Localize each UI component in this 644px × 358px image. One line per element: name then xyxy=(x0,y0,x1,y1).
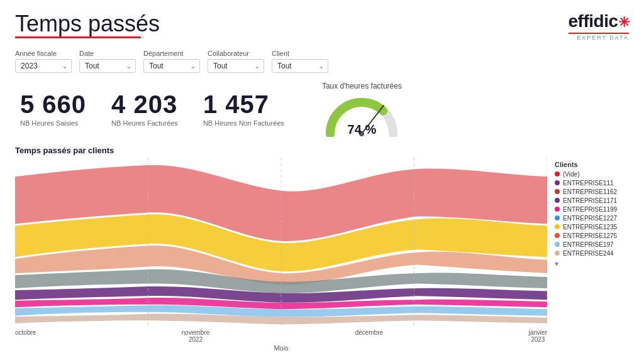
legend-dot-0 xyxy=(555,171,560,176)
legend-item-2: ENTREPRISE1162 xyxy=(555,188,629,195)
page: Temps passés effidic✳ EXPERT DATA Année … xyxy=(0,0,644,358)
legend-dot-9 xyxy=(555,251,560,256)
legend-title: Clients xyxy=(555,161,629,168)
legend-label-3: ENTREPRISE1171 xyxy=(563,197,617,204)
gauge-title: Taux d'heures facturées xyxy=(322,82,402,90)
legend-label-6: ENTREPRISE1235 xyxy=(563,224,617,231)
legend-item-9: ENTREPRISE244 xyxy=(555,250,629,257)
legend-label-1: ENTREPRISE111 xyxy=(563,180,614,187)
chart-x-labels: octobre novembre 2022 décembre janvier 2… xyxy=(15,328,547,343)
filter-group-0: Année fiscale202220232024 xyxy=(15,50,72,73)
kpi-heures-facturees: 4 203 NB Heures Facturées xyxy=(111,92,178,127)
legend-dot-2 xyxy=(555,189,560,194)
legend-label-2: ENTREPRISE1162 xyxy=(563,188,617,195)
legend-item-1: ENTREPRISE111 xyxy=(555,180,629,187)
legend-dot-6 xyxy=(555,224,560,229)
filter-group-2: DépartementTout xyxy=(143,50,200,73)
filter-wrapper-4: Tout xyxy=(272,59,328,73)
title-area: Temps passés xyxy=(15,11,160,46)
legend-item-5: ENTREPRISE1227 xyxy=(555,215,629,222)
chart-title: Temps passés par clients xyxy=(15,146,547,155)
legend-item-0: (Vide) xyxy=(555,171,629,178)
filter-group-1: DateTout xyxy=(79,50,136,73)
legend-label-7: ENTREPRISE1275 xyxy=(563,232,617,239)
filter-wrapper-2: Tout xyxy=(143,59,200,73)
legend-label-8: ENTREPRISE197 xyxy=(563,241,614,248)
kpi-label-non-facturees: NB Heures Non Facturées xyxy=(203,119,284,127)
legend-item-7: ENTREPRISE1275 xyxy=(555,232,629,239)
legend-dot-4 xyxy=(555,207,560,212)
x-label-octobre: octobre xyxy=(15,329,36,343)
filter-select-0[interactable]: 202220232024 xyxy=(15,59,72,73)
chart-section: Temps passés par clients xyxy=(15,146,629,352)
kpi-value-saisies: 5 660 xyxy=(20,92,86,117)
filter-wrapper-1: Tout xyxy=(79,59,136,73)
legend-more-button[interactable]: ▾ xyxy=(555,259,629,268)
kpi-label-saisies: NB Heures Saisies xyxy=(20,119,86,127)
legend-dot-7 xyxy=(555,233,560,238)
x-label-janvier: janvier 2023 xyxy=(529,329,547,343)
legend-item-8: ENTREPRISE197 xyxy=(555,241,629,248)
filter-group-4: ClientTout xyxy=(272,50,328,73)
header: Temps passés effidic✳ EXPERT DATA xyxy=(15,11,629,46)
kpi-row: 5 660 NB Heures Saisies 4 203 NB Heures … xyxy=(15,82,629,137)
x-label-decembre: décembre xyxy=(355,329,383,343)
logo-name: effidic xyxy=(569,11,618,31)
filter-wrapper-0: 202220232024 xyxy=(15,59,72,73)
gauge-percentage: 74 % xyxy=(348,122,377,137)
filter-label-3: Collaborateur xyxy=(208,50,264,57)
filter-label-0: Année fiscale xyxy=(15,50,72,57)
legend-items: (Vide)ENTREPRISE111ENTREPRISE1162ENTREPR… xyxy=(555,171,629,257)
legend-label-0: (Vide) xyxy=(563,171,580,178)
legend-area: Clients (Vide)ENTREPRISE111ENTREPRISE116… xyxy=(547,146,629,352)
filter-select-1[interactable]: Tout xyxy=(79,59,136,73)
filter-select-4[interactable]: Tout xyxy=(272,59,328,73)
logo-subtitle: EXPERT DATA xyxy=(577,35,629,41)
gauge-container: 74 % xyxy=(324,93,399,137)
filter-wrapper-3: Tout xyxy=(208,59,264,73)
kpi-heures-saisies: 5 660 NB Heures Saisies xyxy=(20,92,86,127)
logo-text: effidic✳ xyxy=(569,11,629,31)
kpi-heures-non-facturees: 1 457 NB Heures Non Facturées xyxy=(203,92,284,127)
filter-label-4: Client xyxy=(272,50,328,57)
kpi-value-non-facturees: 1 457 xyxy=(203,92,284,117)
legend-label-9: ENTREPRISE244 xyxy=(563,250,614,257)
legend-dot-3 xyxy=(555,198,560,203)
logo-line xyxy=(569,33,629,34)
filter-group-3: CollaborateurTout xyxy=(208,50,264,73)
legend-item-3: ENTREPRISE1171 xyxy=(555,197,629,204)
legend-label-4: ENTREPRISE1199 xyxy=(563,206,617,213)
legend-label-5: ENTREPRISE1227 xyxy=(563,215,617,222)
filter-select-3[interactable]: Tout xyxy=(208,59,264,73)
gauge-area: Taux d'heures facturées 74 % xyxy=(322,82,402,137)
logo-asterisk: ✳ xyxy=(618,14,630,30)
legend-dot-5 xyxy=(555,215,560,220)
filter-label-2: Département xyxy=(143,50,200,57)
filters-row: Année fiscale202220232024DateToutDéparte… xyxy=(15,50,629,73)
chart-left: Temps passés par clients xyxy=(15,146,547,352)
filter-label-1: Date xyxy=(79,50,136,57)
kpi-value-facturees: 4 203 xyxy=(111,92,178,117)
legend-dot-8 xyxy=(555,242,560,247)
chart-area xyxy=(15,158,547,328)
page-title: Temps passés xyxy=(15,11,160,36)
filter-select-2[interactable]: Tout xyxy=(143,59,200,73)
title-underline xyxy=(15,36,141,38)
streamgraph-svg xyxy=(15,158,547,328)
chart-x-axis-title: Mois xyxy=(15,344,547,352)
legend-dot-1 xyxy=(555,180,560,185)
legend-item-4: ENTREPRISE1199 xyxy=(555,206,629,213)
logo-area: effidic✳ EXPERT DATA xyxy=(569,11,629,41)
legend-item-6: ENTREPRISE1235 xyxy=(555,224,629,231)
kpi-label-facturees: NB Heures Facturées xyxy=(111,119,178,127)
x-label-novembre: novembre 2022 xyxy=(182,329,209,343)
